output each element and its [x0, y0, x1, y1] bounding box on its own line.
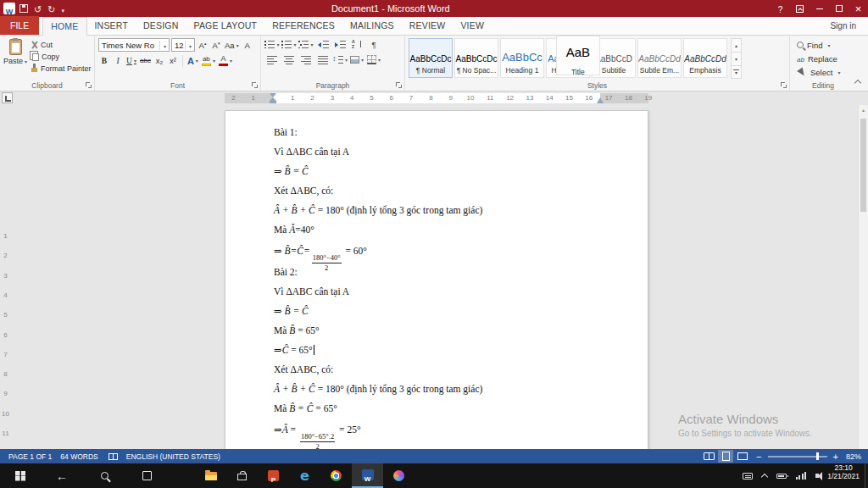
ruler-bar[interactable]: 2112345678910111213141516171819: [225, 93, 648, 103]
italic-button[interactable]: I: [112, 54, 124, 67]
tab-insert[interactable]: INSERT: [87, 17, 136, 35]
vertical-scrollbar[interactable]: ▴: [858, 105, 868, 449]
zoom-level[interactable]: 82%: [846, 452, 861, 461]
tab-design[interactable]: DESIGN: [136, 17, 186, 35]
subscript-button[interactable]: x₂: [153, 54, 165, 67]
language-indicator[interactable]: ENGLISH (UNITED STATES): [126, 452, 220, 461]
maximize-button[interactable]: [829, 0, 849, 17]
tab-home[interactable]: HOME: [42, 17, 86, 36]
highlight-button[interactable]: ab: [201, 54, 216, 67]
word-count[interactable]: 64 WORDS: [60, 452, 97, 461]
horizontal-ruler[interactable]: 2112345678910111213141516171819: [0, 92, 868, 105]
minimize-button[interactable]: [810, 0, 829, 17]
file-explorer-taskbar-button[interactable]: [195, 463, 226, 488]
powerpoint-taskbar-button[interactable]: [258, 463, 289, 488]
undo-icon[interactable]: [34, 1, 42, 16]
strikethrough-button[interactable]: abc: [139, 54, 152, 67]
tab-page-layout[interactable]: PAGE LAYOUT: [186, 17, 264, 35]
copy-button[interactable]: Copy: [31, 52, 92, 61]
volume-icon[interactable]: [815, 474, 819, 478]
bold-button[interactable]: B: [98, 54, 110, 67]
network-icon[interactable]: [796, 472, 806, 480]
underline-button[interactable]: U: [125, 54, 137, 67]
styles-scroll-up-button[interactable]: ▴: [731, 38, 742, 52]
line-spacing-button[interactable]: [332, 53, 348, 66]
decrease-indent-button[interactable]: [315, 38, 331, 51]
sort-button[interactable]: [349, 38, 364, 51]
chrome-taskbar-button[interactable]: [320, 463, 352, 488]
ribbon-display-options-button[interactable]: [790, 0, 810, 17]
zoom-slider[interactable]: [768, 456, 827, 458]
tab-file[interactable]: FILE: [0, 16, 39, 35]
back-button[interactable]: [41, 463, 83, 488]
justify-button[interactable]: [315, 53, 331, 66]
proofing-icon[interactable]: [108, 453, 118, 460]
replace-button[interactable]: Replace: [797, 52, 853, 65]
collapse-ribbon-button[interactable]: [854, 79, 861, 86]
paste-button[interactable]: Paste: [3, 38, 27, 73]
edge-taskbar-button[interactable]: [289, 463, 320, 488]
hidden-icons-icon[interactable]: [761, 473, 768, 480]
task-view-button[interactable]: [125, 463, 168, 488]
show-desktop-button[interactable]: [865, 463, 868, 488]
clipboard-dialog-launcher[interactable]: [85, 81, 92, 89]
style-no-spac[interactable]: AaBbCcDc¶ No Spac...: [454, 38, 498, 78]
word-taskbar-button[interactable]: [352, 463, 383, 488]
tab-references[interactable]: REFERENCES: [264, 17, 342, 35]
font-size-combo[interactable]: 12: [171, 38, 195, 52]
style-heading-1[interactable]: AaBbCcHeading 1: [500, 38, 544, 78]
document-page[interactable]: Bài 1:Vì ΔABC cân tại A⇒ B̂ = ĈXét ΔABC…: [225, 110, 648, 449]
bullets-button[interactable]: [264, 38, 280, 51]
search-button[interactable]: [83, 463, 125, 488]
word-app-icon[interactable]: [3, 3, 15, 14]
sign-in[interactable]: Sign in: [830, 21, 868, 30]
text-effects-button[interactable]: A: [186, 54, 199, 67]
style-title[interactable]: AaBTitle: [556, 36, 600, 75]
zoom-slider-thumb[interactable]: [816, 452, 819, 460]
touch-keyboard-icon[interactable]: [743, 473, 753, 480]
paragraph-dialog-launcher[interactable]: [395, 81, 403, 89]
close-button[interactable]: [849, 0, 868, 17]
borders-button[interactable]: [366, 53, 381, 66]
multilevel-list-button[interactable]: [298, 38, 314, 51]
font-dialog-launcher[interactable]: [251, 81, 259, 89]
left-indent-marker[interactable]: [270, 101, 276, 103]
web-layout-button[interactable]: [735, 450, 750, 463]
style-normal[interactable]: AaBbCcDc¶ Normal: [409, 38, 453, 78]
styles-more-button[interactable]: ▾: [731, 65, 742, 79]
zoom-in-button[interactable]: +: [833, 452, 838, 462]
clear-formatting-button[interactable]: A: [242, 39, 253, 52]
taskbar-clock[interactable]: 23:10 1/21/2021: [822, 463, 865, 488]
scroll-up-icon[interactable]: ▴: [859, 105, 868, 116]
font-size-dropdown-icon[interactable]: [185, 41, 192, 50]
font-name-combo[interactable]: Times New Ro: [98, 38, 170, 52]
center-button[interactable]: [281, 53, 297, 66]
show-hide-button[interactable]: ¶: [366, 38, 381, 51]
tab-review[interactable]: REVIEW: [402, 17, 453, 35]
font-color-button[interactable]: A: [218, 54, 233, 67]
find-button[interactable]: Find: [797, 38, 853, 52]
help-button[interactable]: [771, 0, 790, 17]
start-button[interactable]: [0, 463, 41, 488]
right-indent-marker[interactable]: [597, 97, 604, 103]
style-emphasis[interactable]: AaBbCcDdEmphasis: [683, 38, 727, 78]
superscript-button[interactable]: x²: [167, 54, 179, 67]
page-count[interactable]: PAGE 1 OF 1: [8, 452, 52, 461]
cut-button[interactable]: Cut: [31, 41, 92, 49]
styles-dialog-launcher[interactable]: [780, 81, 787, 89]
print-layout-button[interactable]: [718, 450, 733, 463]
tab-view[interactable]: VIEW: [453, 17, 492, 35]
align-left-button[interactable]: [264, 53, 280, 66]
store-taskbar-button[interactable]: [226, 463, 258, 488]
increase-indent-button[interactable]: [332, 38, 348, 51]
scrollbar-thumb[interactable]: [860, 119, 866, 212]
customize-quick-access-icon[interactable]: [61, 1, 64, 16]
styles-scroll-down-button[interactable]: ▾: [731, 52, 742, 65]
redo-icon[interactable]: [47, 1, 55, 16]
read-mode-button[interactable]: [701, 450, 716, 463]
numbering-button[interactable]: [281, 38, 297, 51]
font-name-dropdown-icon[interactable]: [159, 41, 166, 50]
tab-mailings[interactable]: MAILINGS: [342, 17, 402, 35]
select-button[interactable]: Select: [797, 65, 853, 79]
shrink-font-button[interactable]: A: [210, 39, 222, 52]
